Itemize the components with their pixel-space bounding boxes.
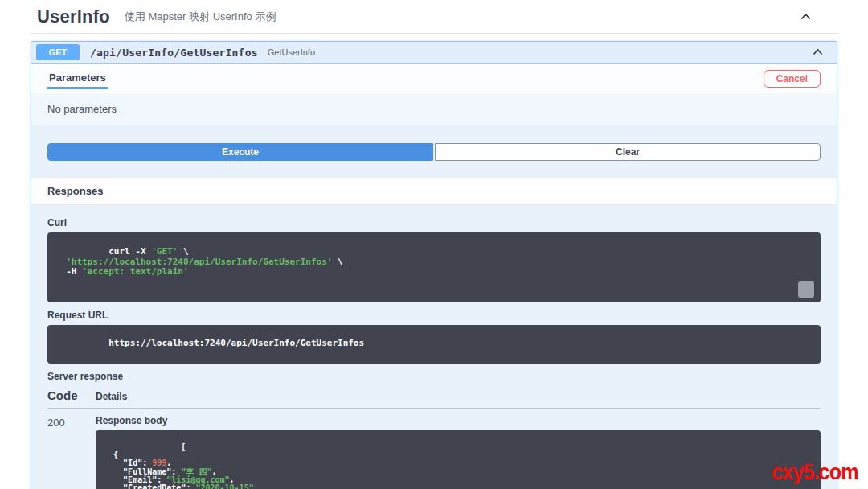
server-response-label: Server response xyxy=(47,371,821,382)
endpoint-path: /api/UserInfo/GetUserInfos xyxy=(90,47,258,59)
code-column-header: Code xyxy=(47,388,96,402)
server-response-table: Code Details 200 Response body [ { "Id":… xyxy=(47,388,821,489)
opblock-get: GET /api/UserInfo/GetUserInfos GetUserIn… xyxy=(31,41,837,489)
no-parameters-message: No parameters xyxy=(31,93,837,125)
status-code: 200 xyxy=(47,415,96,489)
clear-button[interactable]: Clear xyxy=(435,143,821,161)
request-url-label: Request URL xyxy=(47,310,821,321)
responses-body: Curl curl -X 'GET' \ 'https://localhost:… xyxy=(31,205,837,489)
tag-description: 使用 Mapster 映射 UserInfo 示例 xyxy=(125,10,276,24)
request-url-value: https://localhost:7240/api/UserInfo/GetU… xyxy=(108,338,364,348)
response-body-block: [ { "Id": 999, "FullName": "李 四", "Email… xyxy=(96,430,821,489)
page-title: UserInfo xyxy=(37,6,110,27)
response-table-header: Code Details xyxy=(47,388,821,409)
opblock-summary[interactable]: GET /api/UserInfo/GetUserInfos GetUserIn… xyxy=(31,42,837,64)
details-column-header: Details xyxy=(96,391,127,402)
cancel-button[interactable]: Cancel xyxy=(764,70,821,88)
table-row: 200 Response body [ { "Id": 999, "FullNa… xyxy=(47,409,821,489)
parameters-header: Parameters Cancel xyxy=(31,64,837,93)
curl-label: Curl xyxy=(47,217,821,228)
responses-section-title: Responses xyxy=(31,177,837,205)
watermark: cxy5.com xyxy=(772,459,858,485)
opblock-collapse-button[interactable] xyxy=(810,45,825,60)
chevron-up-icon xyxy=(812,47,824,59)
endpoint-summary: GetUserInfo xyxy=(268,47,315,57)
curl-block: curl -X 'GET' \ 'https://localhost:7240/… xyxy=(47,232,821,302)
tab-parameters[interactable]: Parameters xyxy=(47,69,108,89)
curl-command: curl -X 'GET' \ 'https://localhost:7240/… xyxy=(55,246,343,277)
chevron-up-icon xyxy=(800,11,812,23)
response-body-code: [ { "Id": 999, "FullName": "李 四", "Email… xyxy=(104,442,278,489)
execute-wrapper: Execute Clear xyxy=(31,125,837,177)
clipboard-icon xyxy=(781,271,821,302)
response-details-cell: Response body [ { "Id": 999, "FullName":… xyxy=(96,415,821,489)
tag-header: UserInfo 使用 Mapster 映射 UserInfo 示例 xyxy=(31,0,837,34)
response-body-label: Response body xyxy=(96,415,821,426)
execute-button[interactable]: Execute xyxy=(47,143,433,161)
copy-curl-button[interactable] xyxy=(798,281,814,298)
http-method-badge: GET xyxy=(36,44,80,60)
swagger-page: UserInfo 使用 Mapster 映射 UserInfo 示例 GET /… xyxy=(0,0,868,489)
request-url-block: https://localhost:7240/api/UserInfo/GetU… xyxy=(47,325,821,364)
tag-collapse-button[interactable] xyxy=(798,10,813,25)
